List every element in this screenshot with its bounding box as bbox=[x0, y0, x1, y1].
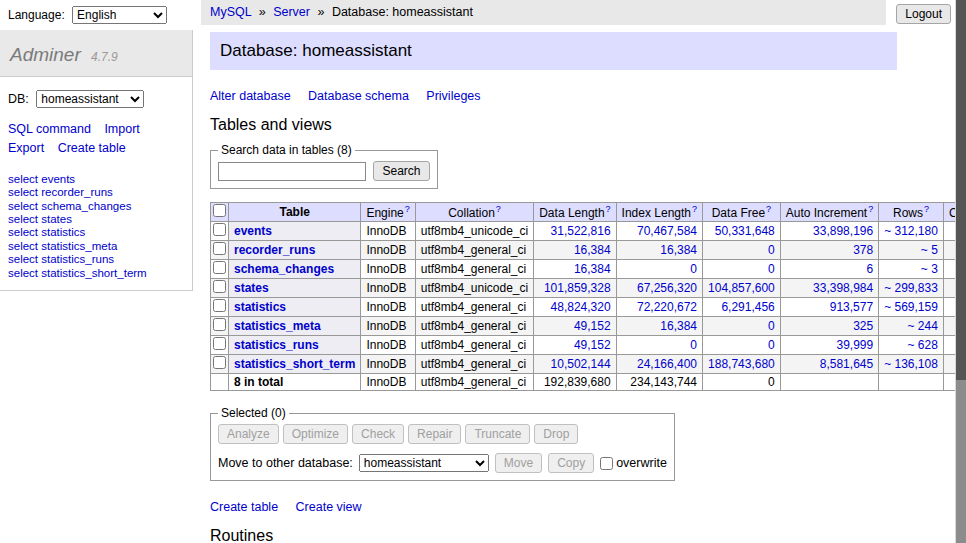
data-free-link[interactable]: 0 bbox=[768, 262, 775, 276]
overwrite-checkbox[interactable] bbox=[600, 457, 613, 470]
db-select[interactable]: homeassistant bbox=[36, 90, 144, 108]
search-button[interactable]: Search bbox=[373, 161, 429, 181]
table-link[interactable]: events bbox=[234, 224, 272, 238]
data-length-link[interactable]: 49,152 bbox=[574, 319, 611, 333]
auto-increment-link[interactable]: 33,898,196 bbox=[813, 224, 873, 238]
auto-increment-link[interactable]: 8,581,645 bbox=[820, 357, 873, 371]
auto-increment-link[interactable]: 33,398,984 bbox=[813, 281, 873, 295]
table-link[interactable]: states bbox=[234, 281, 269, 295]
data-length-link[interactable]: 31,522,816 bbox=[551, 224, 611, 238]
index-length-link[interactable]: 70,467,584 bbox=[637, 224, 697, 238]
data-free-link[interactable]: 0 bbox=[768, 338, 775, 352]
sidebar-table-link[interactable]: select statistics bbox=[8, 226, 85, 238]
create-view-link[interactable]: Create view bbox=[296, 500, 362, 514]
column-help-link[interactable]: ? bbox=[405, 204, 410, 214]
index-length-link[interactable]: 0 bbox=[690, 262, 697, 276]
row-checkbox[interactable] bbox=[213, 261, 226, 274]
data-length-link[interactable]: 49,152 bbox=[574, 338, 611, 352]
breadcrumb-mysql-link[interactable]: MySQL bbox=[210, 5, 251, 19]
table-link[interactable]: schema_changes bbox=[234, 262, 334, 276]
language-select[interactable]: English bbox=[72, 6, 167, 24]
rows-link[interactable]: ~ 569,159 bbox=[884, 300, 938, 314]
row-checkbox[interactable] bbox=[213, 356, 226, 369]
index-length-link[interactable]: 24,166,400 bbox=[637, 357, 697, 371]
index-length-link[interactable]: 0 bbox=[690, 338, 697, 352]
create-table-link-main[interactable]: Create table bbox=[210, 500, 278, 514]
row-checkbox[interactable] bbox=[213, 223, 226, 236]
sidebar-table-link[interactable]: select schema_changes bbox=[8, 200, 131, 212]
breadcrumb-server-link[interactable]: Server bbox=[273, 5, 310, 19]
repair-button[interactable]: Repair bbox=[408, 424, 461, 444]
row-checkbox[interactable] bbox=[213, 242, 226, 255]
database-schema-link[interactable]: Database schema bbox=[308, 89, 409, 103]
rows-link[interactable]: ~ 136,108 bbox=[884, 357, 938, 371]
sidebar-table-link[interactable]: select statistics_meta bbox=[8, 240, 117, 252]
copy-button[interactable]: Copy bbox=[548, 453, 594, 473]
rows-link[interactable]: ~ 312,180 bbox=[884, 224, 938, 238]
privileges-link[interactable]: Privileges bbox=[426, 89, 480, 103]
data-free-link[interactable]: 104,857,600 bbox=[708, 281, 775, 295]
alter-database-link[interactable]: Alter database bbox=[210, 89, 291, 103]
data-length-link[interactable]: 16,384 bbox=[574, 262, 611, 276]
data-free-link[interactable]: 188,743,680 bbox=[708, 357, 775, 371]
auto-increment-link[interactable]: 378 bbox=[853, 243, 873, 257]
data-length-link[interactable]: 10,502,144 bbox=[551, 357, 611, 371]
scrollbar[interactable] bbox=[955, 0, 966, 543]
check-button[interactable]: Check bbox=[352, 424, 404, 444]
data-free-link[interactable]: 0 bbox=[768, 243, 775, 257]
column-help-link[interactable]: ? bbox=[868, 204, 873, 214]
index-length-link[interactable]: 16,384 bbox=[660, 243, 697, 257]
create-table-link[interactable]: Create table bbox=[58, 141, 126, 155]
logout-button[interactable]: Logout bbox=[896, 4, 951, 24]
rows-link[interactable]: ~ 5 bbox=[921, 243, 938, 257]
data-free-link[interactable]: 0 bbox=[768, 319, 775, 333]
column-help-link[interactable]: ? bbox=[924, 204, 929, 214]
table-link[interactable]: statistics_runs bbox=[234, 338, 319, 352]
column-help-link[interactable]: ? bbox=[606, 204, 611, 214]
column-help-link[interactable]: ? bbox=[496, 204, 501, 214]
sidebar-table-link[interactable]: select statistics_short_term bbox=[8, 267, 147, 279]
row-checkbox[interactable] bbox=[213, 280, 226, 293]
scrollbar-thumb[interactable] bbox=[956, 0, 966, 380]
data-length-link[interactable]: 101,859,328 bbox=[544, 281, 611, 295]
row-checkbox[interactable] bbox=[213, 337, 226, 350]
table-link[interactable]: statistics_short_term bbox=[234, 357, 355, 371]
sidebar-table-link[interactable]: select states bbox=[8, 213, 72, 225]
export-link[interactable]: Export bbox=[8, 141, 44, 155]
index-length-link[interactable]: 72,220,672 bbox=[637, 300, 697, 314]
auto-increment-link[interactable]: 6 bbox=[866, 262, 873, 276]
sidebar-table-link[interactable]: select recorder_runs bbox=[8, 186, 113, 198]
row-checkbox[interactable] bbox=[213, 318, 226, 331]
index-length-link[interactable]: 67,256,320 bbox=[637, 281, 697, 295]
column-help-link[interactable]: ? bbox=[766, 204, 771, 214]
column-help-link[interactable]: ? bbox=[692, 204, 697, 214]
sidebar-table-link[interactable]: select statistics_runs bbox=[8, 253, 114, 265]
table-link[interactable]: recorder_runs bbox=[234, 243, 315, 257]
rows-link[interactable]: ~ 299,833 bbox=[884, 281, 938, 295]
drop-button[interactable]: Drop bbox=[534, 424, 578, 444]
truncate-button[interactable]: Truncate bbox=[465, 424, 530, 444]
index-length-link[interactable]: 16,384 bbox=[660, 319, 697, 333]
row-checkbox[interactable] bbox=[213, 299, 226, 312]
data-length-link[interactable]: 48,824,320 bbox=[551, 300, 611, 314]
data-free-link[interactable]: 50,331,648 bbox=[715, 224, 775, 238]
search-input[interactable] bbox=[218, 162, 366, 181]
table-link[interactable]: statistics_meta bbox=[234, 319, 321, 333]
rows-link[interactable]: ~ 244 bbox=[908, 319, 938, 333]
analyze-button[interactable]: Analyze bbox=[218, 424, 279, 444]
table-link[interactable]: statistics bbox=[234, 300, 286, 314]
data-free-link[interactable]: 6,291,456 bbox=[721, 300, 774, 314]
auto-increment-link[interactable]: 325 bbox=[853, 319, 873, 333]
auto-increment-link[interactable]: 913,577 bbox=[830, 300, 873, 314]
optimize-button[interactable]: Optimize bbox=[283, 424, 348, 444]
select-all-checkbox[interactable] bbox=[213, 204, 226, 217]
move-db-select[interactable]: homeassistant bbox=[359, 454, 489, 472]
auto-increment-link[interactable]: 39,999 bbox=[836, 338, 873, 352]
sql-command-link[interactable]: SQL command bbox=[8, 122, 91, 136]
rows-link[interactable]: ~ 3 bbox=[921, 262, 938, 276]
data-length-link[interactable]: 16,384 bbox=[574, 243, 611, 257]
sidebar-table-link[interactable]: select events bbox=[8, 173, 75, 185]
rows-link[interactable]: ~ 628 bbox=[908, 338, 938, 352]
app-version-link[interactable]: 4.7.9 bbox=[91, 50, 118, 64]
import-link[interactable]: Import bbox=[104, 122, 139, 136]
